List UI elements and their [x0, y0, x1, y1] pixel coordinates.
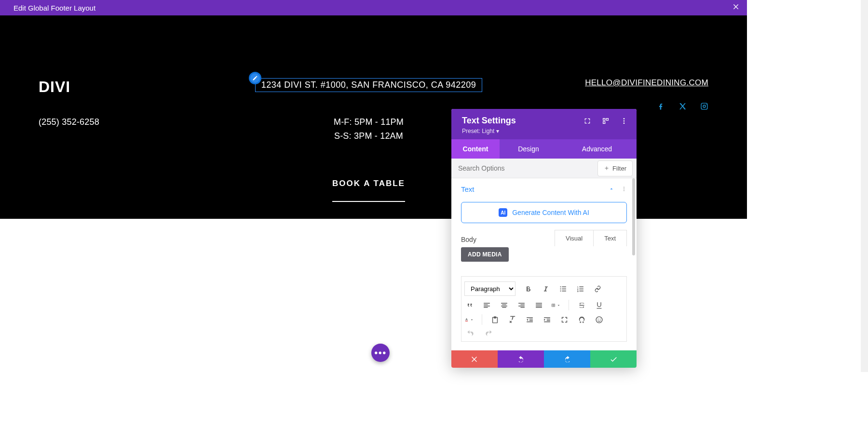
svg-point-5 — [624, 190, 624, 191]
svg-point-1 — [624, 120, 625, 121]
paragraph-select[interactable]: Paragraph — [464, 281, 515, 296]
facebook-icon[interactable] — [657, 102, 665, 112]
search-input[interactable] — [451, 159, 597, 178]
editor-redo-icon[interactable] — [485, 329, 494, 338]
preset-dropdown[interactable]: Preset: Light ▾ — [462, 128, 628, 134]
svg-point-3 — [624, 187, 624, 188]
section-kebab-icon[interactable] — [621, 185, 627, 193]
toolbar-separator — [482, 314, 482, 325]
panel-scrollbar[interactable] — [632, 178, 635, 255]
filter-label: Filter — [612, 165, 626, 172]
omega-icon[interactable] — [577, 315, 586, 324]
top-bar: Edit Global Footer Layout — [0, 0, 747, 15]
phone-text: (255) 352-6258 — [39, 117, 198, 127]
tab-content[interactable]: Content — [451, 139, 500, 159]
bullet-list-icon[interactable] — [558, 284, 568, 294]
fullscreen-icon[interactable] — [559, 315, 569, 324]
editor-tab-text[interactable]: Text — [594, 230, 626, 246]
editor-mode-tabs: Visual Text — [555, 230, 627, 246]
italic-icon[interactable] — [541, 284, 550, 294]
book-table-button[interactable]: BOOK A TABLE — [332, 179, 405, 202]
editor-tab-visual[interactable]: Visual — [555, 230, 594, 246]
svg-rect-9 — [465, 320, 468, 321]
builder-fab-button[interactable]: ••• — [371, 344, 390, 362]
indent-icon[interactable] — [542, 315, 552, 324]
align-center-icon[interactable] — [499, 300, 509, 310]
email-link[interactable]: HELLO@DIVIFINEDINING.COM — [540, 78, 708, 88]
svg-point-2 — [624, 122, 625, 124]
editor-undo-icon[interactable] — [464, 329, 474, 338]
expand-icon[interactable] — [583, 117, 591, 125]
generate-ai-button[interactable]: AI Generate Content With AI — [461, 202, 627, 223]
panel-body: Text AI Generate Content With AI Body AD… — [451, 178, 637, 350]
svg-point-12 — [599, 319, 600, 320]
section-title: Text — [461, 185, 475, 193]
strikethrough-icon[interactable] — [577, 300, 586, 310]
tab-design[interactable]: Design — [500, 139, 557, 159]
address-text: 1234 DIVI ST. #1000, SAN FRANCISCO, CA 9… — [261, 80, 476, 90]
svg-point-11 — [597, 319, 598, 320]
edit-module-icon[interactable] — [249, 72, 261, 84]
link-icon[interactable] — [593, 284, 602, 294]
text-color-icon[interactable] — [464, 315, 474, 324]
svg-point-7 — [560, 288, 561, 289]
search-row: Filter — [451, 159, 637, 178]
section-text-header[interactable]: Text — [461, 185, 627, 193]
panel-header[interactable]: Text Settings Preset: Light ▾ — [451, 109, 637, 139]
emoji-icon[interactable] — [594, 315, 604, 324]
cancel-button[interactable] — [451, 350, 498, 368]
underline-icon[interactable] — [594, 300, 604, 310]
align-right-icon[interactable] — [516, 300, 526, 310]
x-twitter-icon[interactable] — [678, 102, 687, 112]
kebab-icon[interactable] — [620, 117, 628, 125]
redo-button[interactable] — [544, 350, 590, 368]
undo-button[interactable] — [498, 350, 544, 368]
text-settings-panel: Text Settings Preset: Light ▾ Content De… — [451, 109, 637, 368]
toolbar-separator — [569, 300, 569, 310]
panel-tabs: Content Design Advanced — [451, 139, 637, 159]
table-icon[interactable] — [551, 300, 561, 310]
panel-title: Text Settings — [462, 116, 516, 126]
svg-point-6 — [560, 286, 561, 287]
svg-point-8 — [560, 290, 561, 291]
filter-button[interactable]: Filter — [597, 160, 633, 176]
ai-badge-icon: AI — [499, 208, 507, 217]
panel-footer — [451, 350, 637, 368]
outdent-icon[interactable] — [525, 315, 534, 324]
align-justify-icon[interactable] — [534, 300, 543, 310]
rich-text-toolbar: Paragraph — [461, 276, 627, 342]
align-left-icon[interactable] — [482, 300, 491, 310]
svg-point-4 — [624, 188, 624, 189]
bold-icon[interactable] — [523, 284, 533, 294]
chevron-up-icon[interactable] — [609, 185, 614, 193]
instagram-icon[interactable] — [700, 102, 708, 112]
top-bar-title: Edit Global Footer Layout — [14, 4, 95, 12]
clear-format-icon[interactable] — [507, 315, 517, 324]
tab-advanced[interactable]: Advanced — [557, 139, 637, 159]
save-button[interactable] — [590, 350, 637, 368]
footer-column-left: DIVI (255) 352-6258 — [39, 78, 198, 202]
ai-button-label: Generate Content With AI — [512, 209, 589, 216]
svg-point-10 — [596, 317, 602, 323]
add-media-button[interactable]: ADD MEDIA — [461, 247, 509, 262]
svg-point-0 — [624, 118, 625, 120]
snap-icon[interactable] — [602, 117, 610, 125]
blockquote-icon[interactable] — [464, 300, 474, 310]
logo: DIVI — [39, 78, 198, 96]
close-icon[interactable] — [732, 3, 740, 13]
address-selected-module[interactable]: 1234 DIVI ST. #1000, SAN FRANCISCO, CA 9… — [255, 78, 483, 92]
numbered-list-icon[interactable] — [575, 284, 585, 294]
page-scrollbar[interactable] — [861, 0, 868, 372]
paste-text-icon[interactable] — [490, 315, 500, 324]
